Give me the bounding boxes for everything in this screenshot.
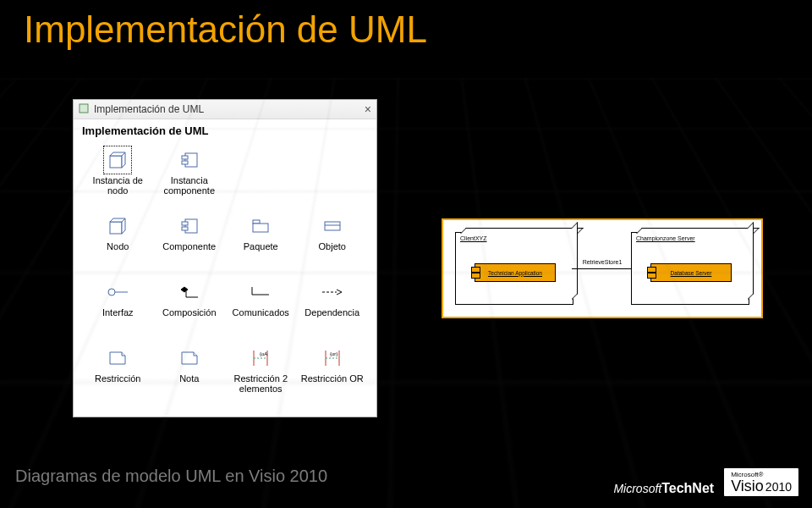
dependency-icon xyxy=(321,281,343,303)
package-icon xyxy=(250,215,272,237)
node3d-icon xyxy=(107,149,129,171)
svg-rect-4 xyxy=(185,153,197,167)
composition-icon xyxy=(178,281,200,303)
shape-dependencia[interactable]: Dependencia xyxy=(297,278,369,339)
page-title: Implementación de UML xyxy=(24,8,427,51)
svg-rect-15 xyxy=(325,222,340,230)
constraintor-icon: {or} xyxy=(321,347,343,369)
svg-rect-0 xyxy=(80,104,88,113)
shape-label: Paquete xyxy=(244,241,278,251)
shape-instancia-nodo[interactable]: Instancia de nodo xyxy=(82,146,154,207)
svg-rect-12 xyxy=(182,227,188,230)
note-icon xyxy=(107,347,129,369)
shape-label: Restricción OR xyxy=(301,373,364,384)
uml-connection[interactable]: RetrieveStore1 xyxy=(572,268,633,269)
communicates-icon xyxy=(250,281,272,303)
technet-ms: Microsoft xyxy=(613,482,661,495)
node-title: Championzone Server xyxy=(632,233,749,244)
shape-paquete[interactable]: Paquete xyxy=(225,212,297,273)
svg-rect-5 xyxy=(182,156,188,159)
note-icon xyxy=(178,347,200,369)
svg-marker-19 xyxy=(181,287,188,292)
shape-restriccion-or[interactable]: {or} Restricción OR xyxy=(297,344,369,405)
panel-titlebar-text: Implementación de UML xyxy=(94,103,204,115)
svg-text:{or}: {or} xyxy=(330,351,337,356)
svg-rect-1 xyxy=(110,156,122,168)
interface-icon xyxy=(107,281,129,303)
component-label: Database Server xyxy=(671,270,712,276)
panel-header: Implementación de UML xyxy=(74,119,376,141)
shape-label: Nodo xyxy=(107,241,129,251)
visio-badge: Microsoft® Visio2010 xyxy=(724,468,798,496)
shape-label: Composición xyxy=(162,307,217,318)
uml-diagram-preview: ClientXYZ Technician Application Retriev… xyxy=(442,218,763,318)
component-label: Technician Application xyxy=(488,270,542,276)
connection-label: RetrieveStore1 xyxy=(581,259,624,265)
footer-text: Diagramas de modelo UML en Visio 2010 xyxy=(15,467,327,486)
shape-label: Restricción xyxy=(95,373,140,384)
shape-label: Instancia componente xyxy=(156,175,224,196)
svg-marker-9 xyxy=(122,218,125,234)
panel-titlebar[interactable]: Implementación de UML × xyxy=(74,100,376,119)
svg-point-17 xyxy=(108,289,115,295)
shapes-grid: Instancia de nodo Instancia componente N… xyxy=(74,141,376,405)
constraint2-icon: {oA xyxy=(250,347,272,369)
svg-rect-14 xyxy=(253,224,268,232)
shape-label: Instancia de nodo xyxy=(84,175,152,196)
shape-label: Comunicados xyxy=(233,307,289,318)
component-icon xyxy=(178,149,200,171)
svg-marker-3 xyxy=(122,152,125,168)
panel-icon xyxy=(79,103,89,116)
svg-rect-11 xyxy=(182,222,188,225)
close-icon[interactable]: × xyxy=(365,102,371,116)
uml-node-server[interactable]: Championzone Server Database Server xyxy=(631,232,749,305)
node3d-icon xyxy=(107,215,129,237)
visio-year: 2010 xyxy=(765,480,792,494)
shape-label: Componente xyxy=(162,241,216,251)
shape-label: Dependencia xyxy=(304,307,359,318)
svg-rect-6 xyxy=(182,161,188,164)
svg-rect-13 xyxy=(253,220,260,224)
shape-comunicados[interactable]: Comunicados xyxy=(225,278,297,339)
shape-label: Interfaz xyxy=(102,307,134,318)
shape-componente[interactable]: Componente xyxy=(154,212,226,273)
shape-label: Nota xyxy=(179,373,199,384)
component-icon xyxy=(178,215,200,237)
shape-nota[interactable]: Nota xyxy=(154,344,226,405)
shape-label: Objeto xyxy=(319,241,346,251)
uml-component-database[interactable]: Database Server xyxy=(650,263,732,282)
technet-tn: TechNet xyxy=(661,481,714,495)
footer-branding: MicrosoftTechNet Microsoft® Visio2010 xyxy=(613,468,798,496)
shape-restriccion-2[interactable]: {oA Restricción 2 elementos xyxy=(225,344,297,405)
shapes-panel: Implementación de UML × Implementación d… xyxy=(73,99,377,417)
shape-restriccion[interactable]: Restricción xyxy=(82,344,154,405)
node-title: ClientXYZ xyxy=(456,233,573,244)
uml-component-technician[interactable]: Technician Application xyxy=(475,263,556,282)
shape-composicion[interactable]: Composición xyxy=(154,278,226,339)
uml-node-client[interactable]: ClientXYZ Technician Application xyxy=(455,232,573,305)
svg-text:{oA: {oA xyxy=(260,351,267,356)
visio-name: Visio xyxy=(731,478,764,494)
svg-rect-7 xyxy=(110,222,122,234)
shape-instancia-componente[interactable]: Instancia componente xyxy=(154,146,226,207)
svg-rect-10 xyxy=(185,219,197,233)
technet-logo: MicrosoftTechNet xyxy=(613,481,714,496)
shape-nodo[interactable]: Nodo xyxy=(82,212,154,273)
shape-label: Restricción 2 elementos xyxy=(227,373,295,394)
shape-interfaz[interactable]: Interfaz xyxy=(82,278,154,339)
object-icon xyxy=(321,215,343,237)
shape-objeto[interactable]: Objeto xyxy=(297,212,369,273)
